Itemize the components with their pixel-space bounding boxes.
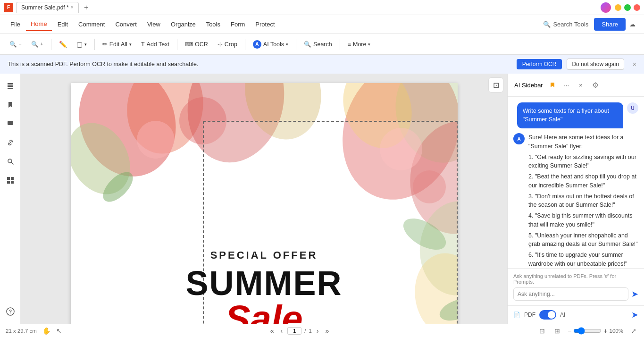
- menu-convert[interactable]: Convert: [110, 18, 142, 31]
- ai-sidebar-close-icon[interactable]: ×: [575, 79, 586, 91]
- search-tools-button[interactable]: 🔍 Search Tools: [538, 18, 593, 31]
- svg-rect-2: [8, 88, 13, 89]
- profile-avatar[interactable]: [601, 2, 611, 13]
- ai-footer-ai-label: AI: [560, 312, 565, 318]
- maximize-button[interactable]: [624, 4, 631, 11]
- pdf-page: SPECIAL OFFER SUMMER Sale: [71, 83, 458, 324]
- more-label: More: [353, 41, 366, 48]
- notification-text: This is a scanned PDF. Perform OCR to ma…: [8, 61, 512, 67]
- crop-button[interactable]: ⊹ Crop: [214, 38, 241, 50]
- toolbar-sep-1: [51, 39, 51, 50]
- current-page-input[interactable]: [287, 327, 301, 335]
- hand-cursor-icon[interactable]: ✋: [42, 327, 50, 335]
- svg-line-5: [11, 162, 13, 164]
- zoom-out-status-button[interactable]: −: [568, 327, 571, 335]
- ocr-label: OCR: [195, 41, 208, 48]
- ai-messages: Write some texts for a flyer about "Summ…: [508, 97, 644, 268]
- first-page-button[interactable]: «: [268, 326, 276, 336]
- sidebar-item-search[interactable]: [2, 153, 19, 170]
- pdf-viewer[interactable]: SPECIAL OFFER SUMMER Sale ⊡: [21, 74, 507, 324]
- ai-icon: A: [253, 40, 261, 49]
- toolbar-sep-6: [340, 39, 340, 50]
- minimize-button[interactable]: [615, 4, 621, 11]
- title-bar: F Summer Sale.pdf * × +: [0, 0, 644, 15]
- ai-avatar: A: [513, 133, 525, 144]
- edit-all-button[interactable]: ✏ Edit All ▾: [99, 38, 135, 50]
- frame-dropdown-icon: ▾: [84, 42, 87, 47]
- tab-close-icon[interactable]: ×: [71, 5, 74, 10]
- add-text-button[interactable]: T Add Text: [137, 39, 173, 50]
- notification-close-icon[interactable]: ×: [633, 60, 636, 68]
- next-page-button[interactable]: ›: [315, 326, 321, 336]
- ai-footer-pdf-label: PDF: [524, 312, 535, 318]
- page-separator: /: [304, 328, 306, 334]
- fit-page-button[interactable]: ⊡: [537, 326, 547, 336]
- search-icon: 🔍: [543, 21, 551, 28]
- close-button[interactable]: [634, 4, 640, 11]
- zoom-in-button[interactable]: 🔍 +: [27, 38, 47, 50]
- menu-file[interactable]: File: [6, 18, 25, 31]
- menu-organize[interactable]: Organize: [166, 18, 201, 31]
- ai-input-hint: Ask anything unrelated to PDFs. Press '#…: [513, 273, 638, 285]
- cloud-icon[interactable]: ☁: [627, 18, 638, 31]
- zoom-in-icon2: +: [41, 42, 43, 47]
- ai-send-button[interactable]: ➤: [631, 289, 638, 299]
- do-not-show-button[interactable]: Do not show again: [567, 59, 624, 70]
- ai-header-bookmark-icon[interactable]: [547, 79, 558, 91]
- menu-home[interactable]: Home: [26, 17, 52, 31]
- sidebar-item-comments[interactable]: [2, 115, 19, 132]
- ocr-button[interactable]: ⌨ OCR: [181, 39, 212, 50]
- menu-edit[interactable]: Edit: [53, 18, 73, 31]
- view-mode-button[interactable]: ⊞: [552, 326, 562, 336]
- ai-tools-button[interactable]: A AI Tools ▾: [249, 38, 292, 51]
- zoom-out-icon2: −: [19, 42, 22, 47]
- crop-icon: ⊹: [217, 41, 223, 48]
- search-button[interactable]: 🔍 Search: [300, 38, 336, 50]
- sidebar-item-links[interactable]: [2, 134, 19, 151]
- highlight-tool[interactable]: ✏️: [55, 38, 71, 51]
- page-navigation: « ‹ / 1 › »: [268, 326, 331, 336]
- menu-form[interactable]: Form: [226, 18, 250, 31]
- ai-input-field[interactable]: [513, 287, 628, 301]
- left-sidebar: ?: [0, 74, 21, 324]
- pencil-icon: ✏: [102, 41, 108, 48]
- pointer-cursor-icon[interactable]: ↖: [56, 327, 62, 335]
- new-tab-button[interactable]: +: [82, 3, 91, 12]
- zoom-in-icon: 🔍: [31, 41, 39, 48]
- menu-view[interactable]: View: [142, 18, 165, 31]
- svg-point-23: [137, 121, 175, 159]
- ai-header-more-icon[interactable]: ···: [561, 79, 572, 91]
- toolbar-sep-4: [245, 39, 245, 50]
- menu-comment[interactable]: Comment: [74, 18, 109, 31]
- app-tab[interactable]: Summer Sale.pdf * ×: [16, 2, 79, 13]
- last-page-button[interactable]: »: [324, 326, 331, 336]
- toolbar-sep-5: [296, 39, 296, 50]
- sidebar-item-bookmarks[interactable]: [2, 96, 19, 113]
- menu-tools[interactable]: Tools: [201, 18, 225, 31]
- svg-rect-7: [11, 177, 14, 180]
- svg-rect-6: [7, 177, 10, 180]
- zoom-controls: − + 100%: [568, 327, 623, 335]
- ai-panel-toggle[interactable]: ⊡: [488, 77, 503, 93]
- svg-text:?: ?: [8, 309, 11, 314]
- user-avatar: U: [627, 102, 638, 114]
- prev-page-button[interactable]: ‹: [279, 326, 285, 336]
- share-button[interactable]: Share: [594, 18, 626, 31]
- crop-label: Crop: [225, 41, 237, 48]
- ai-settings-icon[interactable]: ⚙: [592, 81, 599, 90]
- zoom-in-status-button[interactable]: +: [603, 327, 607, 335]
- menu-protect[interactable]: Protect: [251, 18, 279, 31]
- sidebar-item-layers[interactable]: [2, 172, 19, 189]
- more-button[interactable]: ≡ More ▾: [344, 39, 375, 50]
- ai-footer-send-button[interactable]: ➤: [631, 310, 638, 320]
- zoom-level-label: 100%: [610, 328, 623, 334]
- pdf-ai-toggle[interactable]: [539, 310, 556, 320]
- ai-tools-dropdown: ▾: [286, 42, 288, 47]
- zoom-slider[interactable]: [573, 327, 602, 335]
- frame-tool[interactable]: ▢ ▾: [73, 38, 91, 51]
- help-button[interactable]: ?: [2, 303, 19, 320]
- sidebar-item-pages[interactable]: [2, 77, 19, 94]
- zoom-out-button[interactable]: 🔍 −: [6, 38, 25, 50]
- fullscreen-button[interactable]: ⤢: [629, 326, 638, 336]
- perform-ocr-button[interactable]: Perform OCR: [517, 59, 562, 69]
